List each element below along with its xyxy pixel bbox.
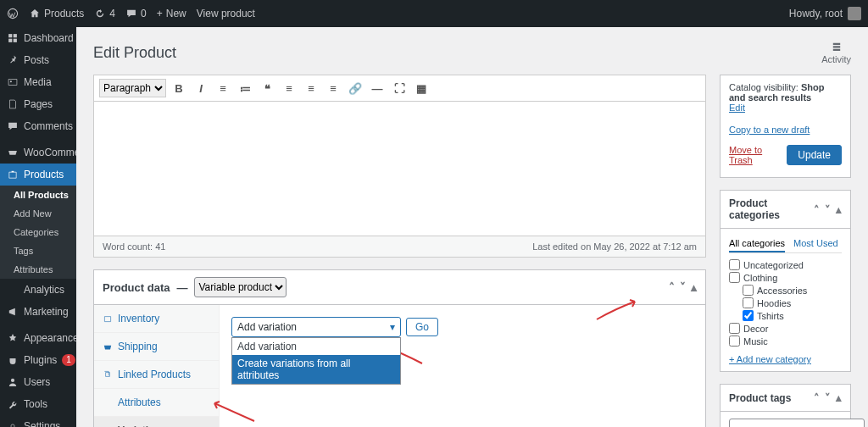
fullscreen-icon[interactable]: ⛶ xyxy=(390,79,409,97)
tags-box: Product tags ˄˅▴ Add Separate tags with … xyxy=(720,384,851,427)
variation-action-select[interactable]: Add variation xyxy=(231,317,401,337)
svg-rect-2 xyxy=(14,34,17,37)
submenu-add-new[interactable]: Add New xyxy=(0,204,76,223)
submenu-attributes[interactable]: Attributes xyxy=(0,260,76,279)
sidebar-item-plugins[interactable]: Plugins1 xyxy=(0,349,76,371)
more-icon[interactable]: — xyxy=(368,79,387,97)
chevron-down-icon[interactable]: ˅ xyxy=(680,280,686,294)
align-right-icon[interactable]: ≡ xyxy=(324,79,342,97)
pin-icon xyxy=(7,54,19,66)
updates-icon[interactable]: 4 xyxy=(94,8,115,19)
pd-tab-linked-products[interactable]: Linked Products xyxy=(94,361,219,389)
align-left-icon[interactable]: ≡ xyxy=(280,79,298,97)
activity-button[interactable]: Activity xyxy=(821,41,851,64)
update-button[interactable]: Update xyxy=(787,145,842,165)
category-hoodies[interactable]: Hoodies xyxy=(729,297,842,309)
site-link[interactable]: Products xyxy=(29,8,84,19)
chevron-up-icon[interactable]: ˄ xyxy=(669,280,675,294)
sidebar-item-marketing[interactable]: Marketing xyxy=(0,301,76,323)
variations-panel: Add variation Go Add variation Create va… xyxy=(220,305,705,427)
chevron-up-icon[interactable]: ˄ xyxy=(814,391,820,404)
copy-draft-link[interactable]: Copy to a new draft xyxy=(729,125,810,135)
chevron-up-icon[interactable]: ˄ xyxy=(814,203,820,216)
woo-icon xyxy=(7,147,19,158)
dropdown-option-add[interactable]: Add variation xyxy=(232,338,400,355)
sidebar-item-comments[interactable]: Comments xyxy=(0,115,76,137)
sidebar-item-posts[interactable]: Posts xyxy=(0,49,76,71)
pd-tab-attributes[interactable]: Attributes xyxy=(94,389,219,417)
toggle-icon[interactable]: ▴ xyxy=(691,280,697,294)
toolbar-toggle-icon[interactable]: ▦ xyxy=(412,79,431,97)
add-category-link[interactable]: + Add new category xyxy=(729,354,811,364)
comments-icon[interactable]: 0 xyxy=(125,8,147,19)
dropdown-option-create-all[interactable]: Create variations from all attributes xyxy=(232,355,400,384)
product-data-title: Product data xyxy=(103,281,170,294)
plugin-icon xyxy=(7,354,19,366)
product-type-select[interactable]: Variable product xyxy=(194,277,287,297)
avatar[interactable] xyxy=(848,7,861,20)
sidebar-item-woocommerce[interactable]: WooCommerce xyxy=(0,141,76,164)
tool-icon xyxy=(7,398,19,410)
category-accessories[interactable]: Accessories xyxy=(729,284,842,297)
howdy-text[interactable]: Howdy, root xyxy=(789,8,843,19)
appearance-icon xyxy=(7,332,19,344)
submenu-tags[interactable]: Tags xyxy=(0,241,76,260)
admin-sidebar: DashboardPostsMediaPagesCommentsWooComme… xyxy=(0,27,76,427)
product-data-box: Product data — Variable product ˄ ˅ ▴ In… xyxy=(93,269,706,427)
user-icon xyxy=(7,376,19,388)
sidebar-item-dashboard[interactable]: Dashboard xyxy=(0,27,76,49)
category-decor[interactable]: Decor xyxy=(729,322,842,335)
pd-tab-inventory[interactable]: Inventory xyxy=(94,305,219,333)
svg-rect-4 xyxy=(14,39,17,42)
edit-visibility-link[interactable]: Edit xyxy=(729,103,745,113)
category-tshirts[interactable]: Tshirts xyxy=(729,309,842,322)
category-clothing[interactable]: Clothing xyxy=(729,271,842,284)
content-editor[interactable] xyxy=(93,101,706,236)
tag-input[interactable] xyxy=(729,419,865,427)
admin-toolbar: Products 4 0 + New View product Howdy, r… xyxy=(0,0,868,27)
submenu-categories[interactable]: Categories xyxy=(0,223,76,241)
category-music[interactable]: Music xyxy=(729,335,842,347)
product-icon xyxy=(7,169,19,180)
tab-all-categories[interactable]: All categories xyxy=(729,236,785,252)
move-trash-link[interactable]: Move to Trash xyxy=(729,145,787,165)
chevron-down-icon[interactable]: ˅ xyxy=(825,391,831,404)
chart-icon xyxy=(7,284,19,296)
align-center-icon[interactable]: ≡ xyxy=(302,79,320,97)
sidebar-item-appearance[interactable]: Appearance xyxy=(0,327,76,349)
format-select[interactable]: Paragraph xyxy=(99,79,166,97)
sidebar-item-settings[interactable]: Settings xyxy=(0,415,76,427)
sidebar-item-users[interactable]: Users xyxy=(0,371,76,393)
view-product[interactable]: View product xyxy=(197,8,255,19)
link-icon[interactable]: 🔗 xyxy=(346,79,364,97)
sidebar-item-pages[interactable]: Pages xyxy=(0,93,76,115)
publish-box: Catalog visibility: Shop and search resu… xyxy=(720,75,851,178)
chevron-down-icon[interactable]: ˅ xyxy=(825,203,831,216)
comment-icon xyxy=(7,120,19,132)
submenu-all-products[interactable]: All Products xyxy=(0,186,76,204)
settings-icon xyxy=(7,420,19,427)
quote-icon[interactable]: ❝ xyxy=(258,79,276,97)
new-content[interactable]: + New xyxy=(157,8,186,19)
svg-point-6 xyxy=(11,379,14,382)
bold-icon[interactable]: B xyxy=(170,79,188,97)
sidebar-item-analytics[interactable]: Analytics xyxy=(0,279,76,301)
svg-point-5 xyxy=(10,80,12,82)
sidebar-item-media[interactable]: Media xyxy=(0,71,76,93)
go-button[interactable]: Go xyxy=(406,318,438,336)
tab-most-used[interactable]: Most Used xyxy=(793,236,838,252)
number-list-icon[interactable]: ≔ xyxy=(236,79,254,97)
category-uncategorized[interactable]: Uncategorized xyxy=(729,258,842,271)
toggle-icon[interactable]: ▴ xyxy=(836,203,842,216)
sidebar-item-products[interactable]: Products xyxy=(0,164,76,186)
toggle-icon[interactable]: ▴ xyxy=(836,391,842,404)
editor-toolbar: Paragraph B I ≡ ≔ ❝ ≡ ≡ ≡ 🔗 — ⛶ ▦ xyxy=(93,75,706,101)
bullet-list-icon[interactable]: ≡ xyxy=(214,79,232,97)
megaphone-icon xyxy=(7,306,19,318)
italic-icon[interactable]: I xyxy=(192,79,210,97)
sidebar-item-tools[interactable]: Tools xyxy=(0,393,76,415)
pd-tab-shipping[interactable]: Shipping xyxy=(94,333,219,361)
wp-logo-icon[interactable] xyxy=(7,8,19,19)
pd-tab-variations[interactable]: Variations xyxy=(94,417,219,427)
svg-rect-3 xyxy=(8,39,12,42)
